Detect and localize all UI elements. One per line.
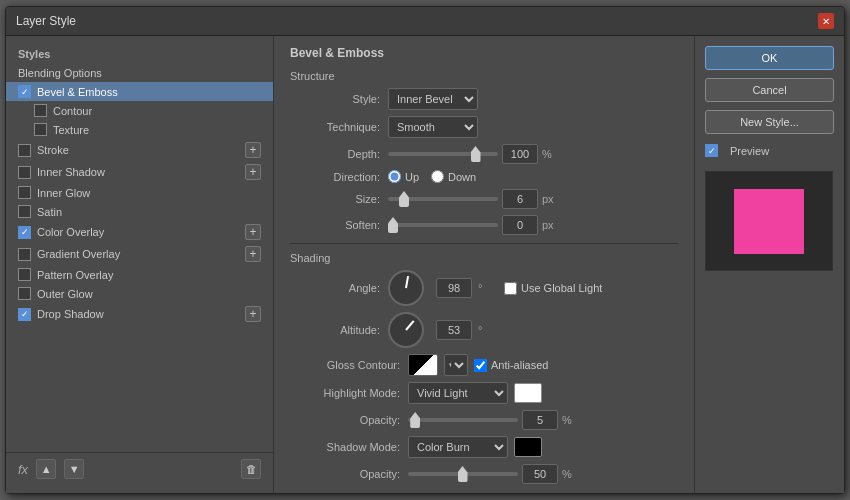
gloss-contour-row: Gloss Contour: ▾ Anti-aliased <box>290 354 678 376</box>
new-style-button[interactable]: New Style... <box>705 110 834 134</box>
sidebar-item-satin[interactable]: Satin <box>6 202 273 221</box>
stroke-checkbox[interactable] <box>18 144 31 157</box>
shadow-opacity-slider[interactable] <box>408 472 518 476</box>
sidebar-item-stroke[interactable]: Stroke + <box>6 139 273 161</box>
shadow-mode-select[interactable]: Color Burn Normal Multiply Linear Burn <box>408 436 508 458</box>
cancel-button[interactable]: Cancel <box>705 78 834 102</box>
shadow-opacity-input[interactable] <box>522 464 558 484</box>
direction-down-label: Down <box>448 171 476 183</box>
bevel-emboss-checkbox[interactable] <box>18 85 31 98</box>
sidebar-item-inner-shadow[interactable]: Inner Shadow + <box>6 161 273 183</box>
angle-label: Angle: <box>290 282 380 294</box>
depth-slider[interactable] <box>388 152 498 156</box>
bevel-emboss-section-title: Bevel & Emboss <box>290 46 384 60</box>
sidebar-item-pattern-overlay[interactable]: Pattern Overlay <box>6 265 273 284</box>
inner-shadow-plus-button[interactable]: + <box>245 164 261 180</box>
sidebar-item-gradient-overlay[interactable]: Gradient Overlay + <box>6 243 273 265</box>
dial-line <box>405 276 409 288</box>
highlight-mode-select[interactable]: Vivid Light Normal Multiply Screen Overl… <box>408 382 508 404</box>
anti-aliased-option[interactable]: Anti-aliased <box>474 359 548 372</box>
texture-checkbox[interactable] <box>34 123 47 136</box>
angle-dial[interactable] <box>388 270 424 306</box>
dialog-title: Layer Style <box>16 14 76 28</box>
depth-slider-container: % <box>388 144 562 164</box>
highlight-opacity-slider[interactable] <box>408 418 518 422</box>
gloss-contour-preview[interactable] <box>408 354 438 376</box>
soften-unit: px <box>542 219 562 231</box>
style-select[interactable]: Inner Bevel Outer Bevel Emboss Pillow Em… <box>388 88 478 110</box>
outer-glow-checkbox[interactable] <box>18 287 31 300</box>
preview-option[interactable]: Preview <box>705 142 834 159</box>
anti-aliased-checkbox[interactable] <box>474 359 487 372</box>
size-row: Size: px <box>290 189 678 209</box>
color-overlay-plus-button[interactable]: + <box>245 224 261 240</box>
sidebar-item-color-overlay[interactable]: Color Overlay + <box>6 221 273 243</box>
shadow-color-swatch[interactable] <box>514 437 542 457</box>
direction-down-option[interactable]: Down <box>431 170 476 183</box>
use-global-light-option[interactable]: Use Global Light <box>504 282 602 295</box>
styles-header: Styles <box>6 44 273 64</box>
direction-down-radio[interactable] <box>431 170 444 183</box>
gradient-overlay-checkbox[interactable] <box>18 248 31 261</box>
size-slider[interactable] <box>388 197 498 201</box>
soften-input[interactable] <box>502 215 538 235</box>
satin-checkbox[interactable] <box>18 205 31 218</box>
highlight-mode-label: Highlight Mode: <box>290 387 400 399</box>
size-input[interactable] <box>502 189 538 209</box>
sidebar-item-outer-glow[interactable]: Outer Glow <box>6 284 273 303</box>
preview-checkbox[interactable] <box>705 144 718 157</box>
shadow-opacity-slider-container: % <box>408 464 582 484</box>
close-button[interactable]: ✕ <box>818 13 834 29</box>
shadow-opacity-unit: % <box>562 468 582 480</box>
direction-up-option[interactable]: Up <box>388 170 419 183</box>
pattern-overlay-checkbox[interactable] <box>18 268 31 281</box>
gradient-overlay-plus-button[interactable]: + <box>245 246 261 262</box>
ok-button[interactable]: OK <box>705 46 834 70</box>
left-panel-bottom: fx ▲ ▼ 🗑 <box>6 452 273 485</box>
contour-label: Contour <box>53 105 92 117</box>
use-global-light-checkbox[interactable] <box>504 282 517 295</box>
left-panel: Styles Blending Options Bevel & Emboss C… <box>6 36 274 493</box>
move-down-button[interactable]: ▼ <box>64 459 84 479</box>
altitude-unit: ° <box>478 324 498 336</box>
size-slider-container: px <box>388 189 562 209</box>
stroke-plus-button[interactable]: + <box>245 142 261 158</box>
direction-up-radio[interactable] <box>388 170 401 183</box>
move-up-button[interactable]: ▲ <box>36 459 56 479</box>
shadow-mode-label: Shadow Mode: <box>290 441 400 453</box>
highlight-opacity-row: Opacity: % <box>290 410 678 430</box>
gloss-contour-select[interactable]: ▾ <box>444 354 468 376</box>
sidebar-item-bevel-emboss[interactable]: Bevel & Emboss <box>6 82 273 101</box>
gloss-contour-label: Gloss Contour: <box>290 359 400 371</box>
contour-checkbox[interactable] <box>34 104 47 117</box>
texture-label: Texture <box>53 124 89 136</box>
inner-shadow-checkbox[interactable] <box>18 166 31 179</box>
sidebar-item-blending-options[interactable]: Blending Options <box>6 64 273 82</box>
inner-glow-checkbox[interactable] <box>18 186 31 199</box>
sidebar-item-contour[interactable]: Contour <box>6 101 273 120</box>
highlight-color-swatch[interactable] <box>514 383 542 403</box>
direction-radio-group: Up Down <box>388 170 476 183</box>
highlight-opacity-slider-container: % <box>408 410 582 430</box>
style-label: Style: <box>290 93 380 105</box>
technique-select[interactable]: Smooth Chisel Hard Chisel Soft <box>388 116 478 138</box>
blending-options-label: Blending Options <box>18 67 102 79</box>
depth-input[interactable] <box>502 144 538 164</box>
drop-shadow-plus-button[interactable]: + <box>245 306 261 322</box>
gradient-overlay-label: Gradient Overlay <box>37 248 120 260</box>
sidebar-item-inner-glow[interactable]: Inner Glow <box>6 183 273 202</box>
soften-slider-container: px <box>388 215 562 235</box>
sidebar-item-drop-shadow[interactable]: Drop Shadow + <box>6 303 273 325</box>
altitude-input[interactable] <box>436 320 472 340</box>
layer-style-dialog: Layer Style ✕ Styles Blending Options Be… <box>5 6 845 494</box>
shading-label: Shading <box>290 252 678 264</box>
angle-input[interactable] <box>436 278 472 298</box>
drop-shadow-checkbox[interactable] <box>18 308 31 321</box>
color-overlay-checkbox[interactable] <box>18 226 31 239</box>
altitude-dial[interactable] <box>388 312 424 348</box>
delete-button[interactable]: 🗑 <box>241 459 261 479</box>
sidebar-item-texture[interactable]: Texture <box>6 120 273 139</box>
preview-box <box>705 171 833 271</box>
highlight-opacity-input[interactable] <box>522 410 558 430</box>
soften-slider[interactable] <box>388 223 498 227</box>
